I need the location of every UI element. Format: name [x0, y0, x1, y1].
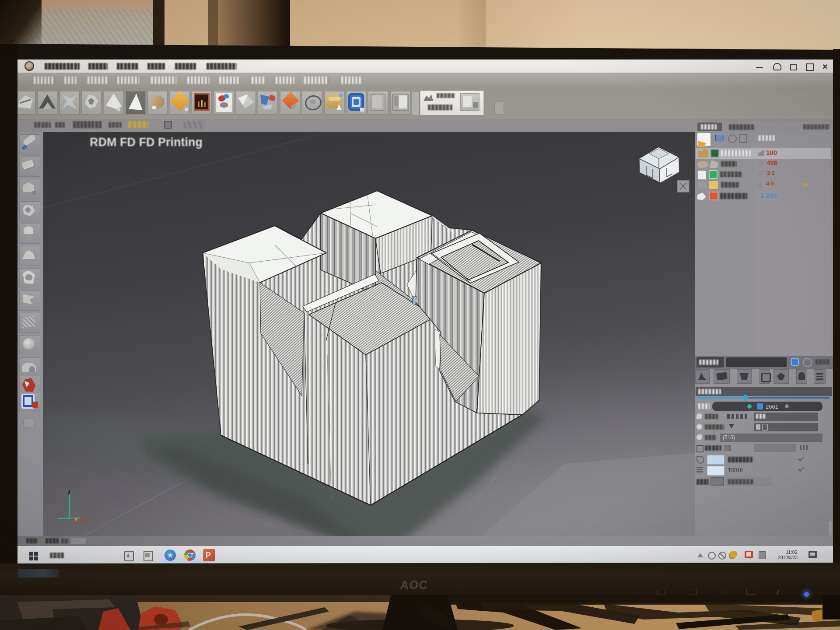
svg-text:RDM FD FD Printing: RDM FD FD Printing: [90, 136, 203, 149]
